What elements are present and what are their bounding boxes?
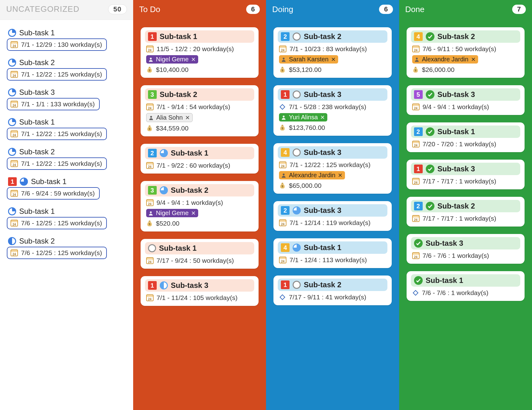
assignee-name: Alexandre Jardin xyxy=(289,172,335,179)
assignee-tag[interactable]: Nigel Geme✕ xyxy=(146,55,198,64)
assignee-tag[interactable]: Sarah Karsten✕ xyxy=(279,55,338,64)
money-bag-icon: $ xyxy=(279,182,286,189)
task-card[interactable]: Sub-task 1 7/17 - 9/24 : 50 workday(s) xyxy=(141,239,259,269)
task-card[interactable]: Sub-task 2 7/6 - 12/25 : 125 workday(s) xyxy=(7,237,126,263)
progress-pie-icon xyxy=(160,281,168,289)
task-card[interactable]: 1Sub-task 2 7/17 - 9/11 : 41 workday(s) xyxy=(273,276,392,305)
task-title: Sub-task 1 xyxy=(19,29,55,37)
svg-text:$: $ xyxy=(281,69,283,72)
task-card[interactable]: 5Sub-task 3 9/4 - 9/4 : 1 workday(s) xyxy=(407,85,525,115)
task-card[interactable]: Sub-task 1 7/1 - 12/22 : 125 workday(s) xyxy=(7,118,126,144)
task-card[interactable]: Sub-task 2 7/1 - 12/22 : 125 workday(s) xyxy=(7,58,126,85)
date-range-pill[interactable]: 7/6 - 12/25 : 125 workday(s) xyxy=(7,247,107,259)
priority-badge: 5 xyxy=(414,90,423,99)
task-card[interactable]: 4Sub-task 3 7/1 - 12/22 : 125 workday(s)… xyxy=(273,143,392,194)
progress-pie-icon xyxy=(160,186,168,194)
remove-tag-icon[interactable]: ✕ xyxy=(191,56,196,63)
task-card[interactable]: 1Sub-task 1 11/5 - 12/2 : 20 workday(s) … xyxy=(141,27,259,78)
check-icon xyxy=(426,127,434,136)
card-header: 1Sub-task 3 xyxy=(145,279,255,292)
remove-tag-icon[interactable]: ✕ xyxy=(331,56,336,63)
remove-tag-icon[interactable]: ✕ xyxy=(191,210,196,217)
task-title: Sub-task 2 xyxy=(438,202,475,210)
date-range-pill[interactable]: 7/1 - 12/22 : 125 workday(s) xyxy=(7,68,107,81)
task-card[interactable]: 1Sub-task 3 7/1 - 11/24 : 105 workday(s) xyxy=(141,276,259,306)
date-range-pill[interactable]: 7/1 - 12/29 : 130 workday(s) xyxy=(7,38,107,51)
task-title: Sub-task 1 xyxy=(160,32,197,41)
card-header: Sub-task 1 xyxy=(145,242,255,254)
date-range-row: 7/20 - 7/20 : 1 workday(s) xyxy=(411,140,521,148)
task-card[interactable]: 2Sub-task 2 7/17 - 7/17 : 1 workday(s) xyxy=(407,197,525,227)
column-done: Done 7 4Sub-task 2 7/6 - 9/11 : 50 workd… xyxy=(399,0,532,410)
task-card[interactable]: 2Sub-task 3 7/1 - 12/14 : 119 workday(s) xyxy=(273,201,392,231)
task-title: Sub-task 2 xyxy=(171,186,208,195)
assignee-tag[interactable]: Alexandre Jardin✕ xyxy=(279,171,345,179)
task-card[interactable]: Sub-task 1 7/6 - 12/25 : 125 workday(s) xyxy=(7,207,126,234)
task-title: Sub-task 3 xyxy=(438,90,475,99)
date-range-pill[interactable]: 7/1 - 12/22 : 125 workday(s) xyxy=(7,157,107,170)
svg-text:$: $ xyxy=(149,223,150,226)
cost-value: $34,559.00 xyxy=(156,125,189,132)
remove-tag-icon[interactable]: ✕ xyxy=(185,114,190,121)
task-title: Sub-task 3 xyxy=(438,165,475,173)
task-card[interactable]: 1Sub-task 3 7/1 - 5/28 : 238 workday(s) … xyxy=(273,85,392,136)
task-card[interactable]: Sub-task 3 7/6 - 7/6 : 1 workday(s) xyxy=(407,234,525,264)
progress-pie-icon xyxy=(293,244,301,252)
person-icon xyxy=(281,115,286,120)
date-range-pill[interactable]: 7/1 - 12/22 : 125 workday(s) xyxy=(7,128,107,140)
task-card[interactable]: 3Sub-task 2 9/4 - 9/4 : 1 workday(s) Nig… xyxy=(141,181,259,231)
date-range-pill[interactable]: 7/1 - 1/1 : 133 workday(s) xyxy=(7,98,100,110)
date-range-row: 7/1 - 12/4 : 113 workday(s) xyxy=(278,256,387,264)
date-range-text: 11/5 - 12/2 : 20 workday(s) xyxy=(157,45,234,53)
progress-pie-icon xyxy=(8,237,16,245)
card-header: 4Sub-task 2 xyxy=(411,30,521,43)
person-icon xyxy=(148,115,154,121)
task-card[interactable]: Sub-task 3 7/1 - 1/1 : 133 workday(s) xyxy=(7,88,126,115)
calendar-icon xyxy=(11,130,18,137)
assignee-tag[interactable]: Yuri Alinsa✕ xyxy=(279,113,327,121)
cost-value: $53,120.00 xyxy=(289,66,321,73)
task-card[interactable]: 2Sub-task 1 7/1 - 9/22 : 60 workday(s) xyxy=(141,144,259,174)
empty-circle-icon xyxy=(148,244,156,252)
column-title: Done xyxy=(405,5,425,14)
card-header: 2Sub-task 2 xyxy=(278,30,387,43)
column-title: Doing xyxy=(272,5,293,14)
task-card[interactable]: Sub-task 1 7/6 - 7/6 : 1 workday(s) xyxy=(407,271,525,301)
column-count: 50 xyxy=(108,4,127,14)
card-header: 2Sub-task 1 xyxy=(145,147,255,159)
task-card[interactable]: 2Sub-task 1 7/20 - 7/20 : 1 workday(s) xyxy=(407,122,525,152)
assignee-tag[interactable]: Nigel Geme✕ xyxy=(146,209,198,217)
assignee-tag[interactable]: Alexandre Jardin✕ xyxy=(412,55,478,64)
task-title: Sub-task 3 xyxy=(19,88,55,97)
assignee-tag[interactable]: Alia Sohn✕ xyxy=(146,113,193,122)
calendar-icon xyxy=(146,257,154,264)
calendar-icon xyxy=(279,219,286,226)
remove-tag-icon[interactable]: ✕ xyxy=(320,114,325,121)
task-title: Sub-task 1 xyxy=(171,149,208,157)
progress-pie-icon xyxy=(8,88,16,96)
date-range-row: 7/17 - 7/17 : 1 workday(s) xyxy=(411,215,521,222)
task-card[interactable]: 1 Sub-task 1 7/6 - 9/24 : 59 workday(s) xyxy=(7,177,126,204)
date-range-text: 7/1 - 12/22 : 125 workday(s) xyxy=(21,130,102,138)
money-bag-icon: $ xyxy=(146,66,153,73)
task-card[interactable]: 4Sub-task 1 7/1 - 12/4 : 113 workday(s) xyxy=(273,238,392,268)
date-range-pill[interactable]: 7/6 - 9/24 : 59 workday(s) xyxy=(7,187,100,200)
task-card[interactable]: 2Sub-task 2 7/1 - 10/23 : 83 workday(s) … xyxy=(273,27,392,78)
person-icon xyxy=(414,57,420,62)
date-range-text: 7/1 - 10/23 : 83 workday(s) xyxy=(290,45,367,53)
task-card[interactable]: Sub-task 2 7/1 - 12/22 : 125 workday(s) xyxy=(7,148,126,174)
date-range-text: 7/17 - 7/17 : 1 workday(s) xyxy=(423,178,496,185)
date-range-text: 7/17 - 9/24 : 50 workday(s) xyxy=(157,257,234,264)
task-card[interactable]: Sub-task 1 7/1 - 12/29 : 130 workday(s) xyxy=(7,29,126,55)
date-range-pill[interactable]: 7/6 - 12/25 : 125 workday(s) xyxy=(7,217,107,229)
task-card[interactable]: 1Sub-task 3 7/17 - 7/17 : 1 workday(s) xyxy=(407,160,525,189)
remove-tag-icon[interactable]: ✕ xyxy=(471,56,476,63)
remove-tag-icon[interactable]: ✕ xyxy=(338,172,342,179)
svg-point-12 xyxy=(283,174,285,175)
task-card[interactable]: 3Sub-task 2 7/1 - 9/14 : 54 workday(s) A… xyxy=(141,85,259,136)
priority-badge: 1 xyxy=(8,177,17,186)
priority-badge: 3 xyxy=(148,186,157,195)
assignee-name: Nigel Geme xyxy=(156,209,189,217)
date-range-text: 7/1 - 9/14 : 54 workday(s) xyxy=(157,103,230,111)
task-card[interactable]: 4Sub-task 2 7/6 - 9/11 : 50 workday(s) A… xyxy=(407,27,525,78)
